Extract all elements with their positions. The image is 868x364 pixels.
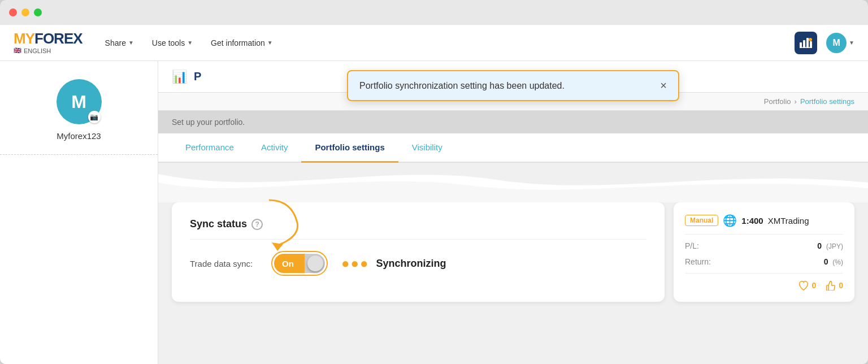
svg-point-5 (809, 38, 812, 41)
like-count-value: 0 (839, 281, 843, 290)
return-currency: (%) (832, 258, 843, 266)
user-menu[interactable]: M ▼ (826, 33, 854, 53)
breadcrumb: Portfolio › Portfolio settings (764, 97, 854, 106)
chevron-down-icon: ▼ (187, 40, 193, 46)
chevron-down-icon: ▼ (128, 40, 134, 46)
analytics-icon (800, 38, 812, 48)
navbar: MYFOREX 🇬🇧 ENGLISH Share ▼ Use tools ▼ G… (0, 25, 868, 61)
sidebar-username: Myforex123 (57, 131, 101, 141)
nav-share[interactable]: Share ▼ (105, 38, 134, 47)
curved-arrow (235, 194, 303, 257)
flag-icon: 🇬🇧 (14, 47, 21, 54)
account-broker: XMTrading (768, 216, 809, 226)
right-card-header: Manual 🌐 1:400 XMTrading (685, 214, 843, 227)
sidebar: M 📷 Myforex123 (0, 61, 158, 364)
chart-icon: 📊 (172, 70, 187, 84)
nav-use-tools[interactable]: Use tools ▼ (152, 38, 193, 47)
nav-use-tools-label: Use tools (152, 38, 185, 47)
user-chevron-icon: ▼ (849, 40, 854, 46)
right-card-footer: 0 0 (685, 280, 843, 291)
close-button[interactable] (9, 8, 17, 16)
heart-icon (798, 280, 809, 291)
right-card: Manual 🌐 1:400 XMTrading P/L: 0 (JPY) (674, 202, 854, 302)
heart-count-value: 0 (811, 281, 816, 290)
tab-portfolio-settings[interactable]: Portfolio settings (301, 133, 398, 163)
breadcrumb-separator: › (795, 97, 797, 106)
right-card-divider (685, 234, 843, 235)
nav-links: Share ▼ Use tools ▼ Get information ▼ (105, 38, 795, 47)
svg-rect-1 (803, 40, 805, 48)
language-label: ENGLISH (24, 47, 51, 54)
logo-text: MYFOREX (14, 31, 83, 46)
account-leverage: 1:400 (741, 216, 763, 226)
window-chrome (0, 0, 868, 25)
manual-badge: Manual (685, 215, 718, 226)
fullscreen-button[interactable] (34, 8, 42, 16)
notification-banner: Portfolio synchronization setting has be… (347, 70, 679, 101)
breadcrumb-portfolio: Portfolio (764, 97, 791, 106)
user-initial: M (832, 38, 840, 48)
return-value-container: 0 (%) (824, 257, 843, 266)
logo-language: 🇬🇧 ENGLISH (14, 47, 83, 54)
sync-row-container: Trade data sync: On ●●● Synchron (190, 251, 646, 276)
hamburger-button[interactable] (14, 61, 34, 66)
tab-performance[interactable]: Performance (172, 133, 248, 163)
user-avatar: M (826, 33, 847, 53)
traffic-lights (9, 8, 42, 16)
svg-rect-3 (810, 41, 812, 48)
tab-visibility[interactable]: Visibility (398, 133, 456, 163)
sidebar-divider (0, 154, 158, 155)
sidebar-user-initial: M (71, 92, 86, 112)
main-panel: Portfolio synchronization setting has be… (158, 61, 868, 364)
notification-message: Portfolio synchronization setting has be… (359, 81, 565, 91)
pl-value: 0 (817, 241, 822, 250)
right-card-divider-2 (685, 273, 843, 274)
nav-right: M ▼ (795, 32, 854, 54)
logo-forex: FOREX (34, 30, 83, 47)
nav-get-information[interactable]: Get information ▼ (211, 38, 273, 47)
pl-label: P/L: (685, 241, 699, 250)
setup-bar: Set up your portfolio. (158, 111, 868, 133)
return-row: Return: 0 (%) (685, 257, 843, 266)
logo[interactable]: MYFOREX 🇬🇧 ENGLISH (14, 31, 83, 54)
account-icon: 🌐 (723, 214, 737, 227)
breadcrumb-portfolio-settings[interactable]: Portfolio settings (800, 97, 854, 106)
notification-container: Portfolio synchronization setting has be… (338, 61, 688, 110)
sidebar-avatar: M 📷 (57, 79, 102, 124)
dots-loading-icon: ●●● (341, 255, 370, 271)
sync-toggle[interactable]: On (274, 254, 325, 273)
trade-sync-label: Trade data sync: (190, 259, 258, 268)
sub-header-title: P (194, 70, 201, 83)
logo-my: MY (14, 30, 34, 47)
sync-card: Sync status ? Trade data sync: (172, 202, 665, 302)
content-area: M 📷 Myforex123 Portfolio synchronization… (0, 61, 868, 364)
notification-close-button[interactable]: × (660, 79, 667, 92)
pl-value-container: 0 (JPY) (817, 241, 843, 250)
tab-activity[interactable]: Activity (248, 133, 302, 163)
sync-status: ●●● Synchronizing (341, 255, 446, 271)
nav-share-label: Share (105, 38, 126, 47)
portfolio-area: Sync status ? Trade data sync: (158, 202, 868, 315)
setup-text: Set up your portfolio. (172, 118, 245, 127)
app: MYFOREX 🇬🇧 ENGLISH Share ▼ Use tools ▼ G… (0, 25, 868, 364)
pl-currency: (JPY) (826, 242, 843, 250)
return-value: 0 (824, 257, 828, 266)
camera-icon[interactable]: 📷 (88, 111, 101, 123)
return-label: Return: (685, 257, 711, 266)
heart-count: 0 (798, 280, 816, 291)
chevron-down-icon: ▼ (267, 40, 273, 46)
toggle-on-label: On (282, 259, 294, 268)
toggle-thumb (307, 255, 323, 271)
sync-status-text: Synchronizing (376, 258, 446, 270)
main-content: Sync status ? Trade data sync: (158, 163, 868, 364)
thumbsup-icon (825, 280, 836, 291)
tabs-bar: Performance Activity Portfolio settings … (158, 133, 868, 163)
pl-row: P/L: 0 (JPY) (685, 241, 843, 250)
svg-rect-2 (806, 38, 809, 48)
minimize-button[interactable] (21, 8, 29, 16)
analytics-button[interactable] (795, 32, 817, 54)
like-count: 0 (825, 280, 843, 291)
nav-get-information-label: Get information (211, 38, 265, 47)
